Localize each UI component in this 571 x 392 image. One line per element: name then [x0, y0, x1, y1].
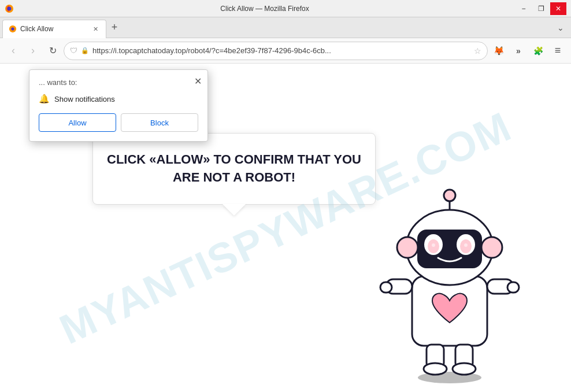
tab-favicon: [9, 25, 17, 33]
bookmark-star-icon[interactable]: ☆: [474, 46, 481, 56]
svg-point-24: [444, 190, 455, 201]
active-tab[interactable]: Click Allow ✕: [2, 20, 106, 38]
titlebar: Click Allow — Mozilla Firefox − ❐ ✕: [0, 0, 571, 17]
titlebar-title: Click Allow — Mozilla Firefox: [14, 5, 516, 13]
tab-close-button[interactable]: ✕: [91, 24, 100, 34]
block-button[interactable]: Block: [121, 113, 198, 132]
svg-point-28: [453, 363, 476, 375]
svg-point-12: [397, 237, 418, 258]
tabbar-right: ⌄: [553, 20, 569, 36]
svg-rect-7: [380, 282, 392, 293]
popup-buttons: Allow Block: [39, 113, 198, 132]
popup-close-button[interactable]: ✕: [194, 76, 202, 87]
speech-bubble-text: CLICK «ALLOW» TO CONFIRM THAT YOU ARE NO…: [105, 151, 364, 187]
extensions-button[interactable]: 🧩: [529, 42, 547, 60]
speech-bubble-container: CLICK «ALLOW» TO CONFIRM THAT YOU ARE NO…: [92, 133, 376, 205]
more-tools-button[interactable]: »: [510, 42, 527, 60]
svg-point-1: [8, 6, 12, 10]
svg-point-13: [481, 237, 502, 258]
nav-extras: 🦊 » 🧩 ≡: [490, 42, 566, 60]
svg-point-27: [424, 363, 447, 375]
permission-label: Show notifications: [54, 95, 115, 103]
svg-point-18: [432, 243, 435, 247]
navbar: ‹ › ↻ 🛡 🔒 https://i.topcaptchatoday.top/…: [0, 38, 571, 64]
forward-button[interactable]: ›: [24, 42, 42, 60]
minimize-button[interactable]: −: [516, 2, 532, 15]
allow-button[interactable]: Allow: [39, 113, 116, 132]
reload-button[interactable]: ↻: [44, 42, 61, 60]
robot-svg: [357, 167, 542, 386]
browser-content: MYANTISPYWARE.COM ✕ ... wants to: 🔔 Show…: [0, 64, 571, 392]
robot-illustration: [357, 167, 542, 386]
restore-button[interactable]: ❐: [533, 2, 549, 15]
menu-button[interactable]: ≡: [549, 42, 566, 60]
close-button[interactable]: ✕: [550, 2, 566, 15]
popup-permission-row: 🔔 Show notifications: [39, 94, 198, 104]
url-text: https://i.topcaptchatoday.top/robot4/?c=…: [92, 46, 470, 55]
popup-header: ... wants to:: [39, 78, 198, 87]
speech-bubble: CLICK «ALLOW» TO CONFIRM THAT YOU ARE NO…: [92, 133, 376, 205]
pocket-button[interactable]: 🦊: [490, 42, 507, 60]
titlebar-left: [5, 4, 14, 13]
notification-permission-popup: ✕ ... wants to: 🔔 Show notifications All…: [29, 69, 208, 142]
new-tab-button[interactable]: +: [106, 20, 123, 36]
tabbar: Click Allow ✕ + ⌄: [0, 17, 571, 38]
back-button[interactable]: ‹: [5, 42, 22, 60]
titlebar-controls: − ❐ ✕: [516, 2, 566, 15]
tab-label: Click Allow: [20, 25, 53, 33]
firefox-icon: [5, 4, 14, 13]
svg-point-22: [464, 243, 468, 247]
lock-icon: 🔒: [81, 47, 89, 54]
svg-rect-9: [507, 282, 519, 293]
shield-icon: 🛡: [70, 46, 77, 55]
address-bar[interactable]: 🛡 🔒 https://i.topcaptchatoday.top/robot4…: [64, 42, 488, 60]
svg-point-3: [11, 27, 14, 30]
tab-chevron-button[interactable]: ⌄: [553, 20, 569, 36]
bell-icon: 🔔: [39, 94, 50, 104]
